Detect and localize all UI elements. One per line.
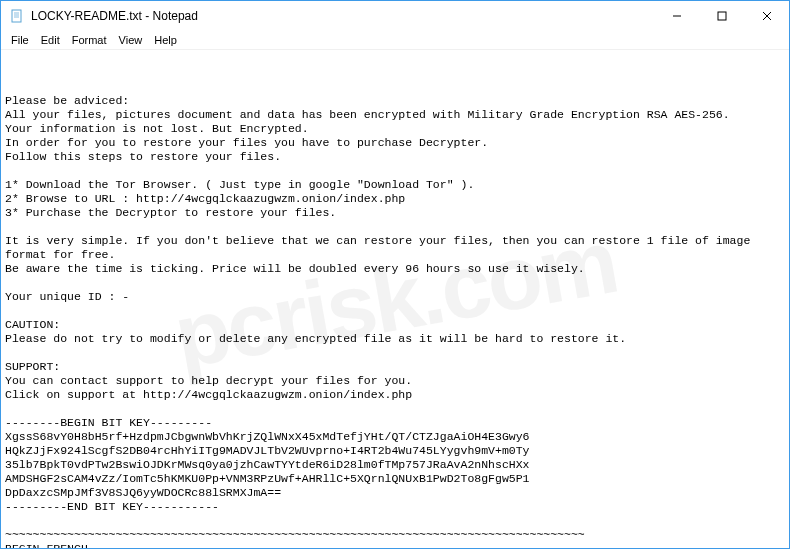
svg-rect-0 xyxy=(12,10,21,22)
text-area[interactable]: pcrisk.com Please be adviced: All your f… xyxy=(1,50,789,548)
svg-rect-5 xyxy=(718,12,726,20)
menubar: File Edit Format View Help xyxy=(1,31,789,50)
window-title: LOCKY-README.txt - Notepad xyxy=(31,9,654,23)
menu-view[interactable]: View xyxy=(113,33,149,47)
maximize-button[interactable] xyxy=(699,1,744,31)
menu-edit[interactable]: Edit xyxy=(35,33,66,47)
menu-format[interactable]: Format xyxy=(66,33,113,47)
notepad-window: LOCKY-README.txt - Notepad File Edit For… xyxy=(0,0,790,549)
menu-help[interactable]: Help xyxy=(148,33,183,47)
window-controls xyxy=(654,1,789,31)
notepad-icon xyxy=(9,8,25,24)
titlebar[interactable]: LOCKY-README.txt - Notepad xyxy=(1,1,789,31)
minimize-button[interactable] xyxy=(654,1,699,31)
close-button[interactable] xyxy=(744,1,789,31)
document-text: Please be adviced: All your files, pictu… xyxy=(5,94,785,548)
menu-file[interactable]: File xyxy=(5,33,35,47)
